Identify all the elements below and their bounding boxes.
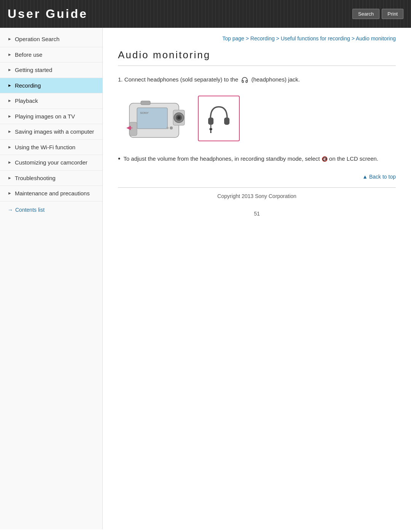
sidebar-item-playback[interactable]: ► Playback (0, 93, 102, 109)
breadcrumb-recording[interactable]: Recording (250, 35, 275, 42)
sidebar-label: Troubleshooting (15, 174, 97, 182)
arrow-icon: ► (8, 144, 12, 150)
arrow-icon: ► (8, 113, 12, 119)
breadcrumb-top[interactable]: Top page (222, 35, 244, 42)
svg-point-10 (166, 127, 169, 129)
bullet-icon: • (118, 153, 120, 165)
breadcrumb-current[interactable]: Audio monitoring (356, 35, 396, 42)
sidebar-item-wifi[interactable]: ► Using the Wi-Fi function (0, 140, 102, 155)
bullet-point: • To adjust the volume from the headphon… (118, 154, 396, 165)
arrow-icon: ► (8, 129, 12, 134)
back-to-top-link[interactable]: ▲ Back to top (118, 174, 396, 180)
svg-point-5 (177, 116, 180, 119)
breadcrumb: Top page > Recording > Useful functions … (118, 35, 396, 42)
sidebar-item-before-use[interactable]: ► Before use (0, 47, 102, 63)
sidebar-label: Customizing your camcorder (15, 159, 97, 166)
arrow-right-icon: → (8, 207, 13, 213)
sidebar-item-operation-search[interactable]: ► Operation Search (0, 32, 102, 47)
print-button[interactable]: Print (382, 9, 403, 19)
sidebar-label: Saving images with a computer (15, 128, 97, 136)
sidebar-label: Operation Search (15, 35, 97, 43)
breadcrumb-sep: > (352, 35, 356, 42)
arrow-icon: ► (8, 52, 12, 57)
sidebar-item-saving-images[interactable]: ► Saving images with a computer (0, 124, 102, 140)
sidebar-label: Playback (15, 97, 97, 105)
arrow-icon: ► (8, 98, 12, 103)
page-title: Audio monitoring (118, 49, 396, 66)
bullet-content: To adjust the volume from the headphones… (123, 154, 378, 163)
search-button[interactable]: Search (352, 9, 379, 19)
step-1-text: 1. Connect headphones (sold separately) … (118, 75, 396, 84)
sidebar-item-maintenance[interactable]: ► Maintenance and precautions (0, 186, 102, 201)
breadcrumb-sep: > (246, 35, 250, 42)
camcorder-image: SONY (118, 92, 194, 145)
page-number: 51 (118, 211, 396, 217)
arrow-icon: ► (8, 160, 12, 165)
sidebar-label: Using the Wi-Fi function (15, 144, 97, 151)
app-title: User Guide (8, 7, 88, 21)
svg-rect-12 (208, 117, 213, 125)
step-number: 1. (118, 76, 123, 83)
arrow-icon: ► (8, 175, 12, 181)
contents-list-label: Contents list (15, 207, 45, 213)
sidebar-item-customizing[interactable]: ► Customizing your camcorder (0, 155, 102, 171)
step-description: Connect headphones (sold separately) to … (124, 76, 300, 83)
copyright-text: Copyright 2013 Sony Corporation (217, 193, 296, 199)
sidebar-label: Getting started (15, 66, 97, 74)
sidebar-item-troubleshooting[interactable]: ► Troubleshooting (0, 171, 102, 186)
arrow-icon: ► (8, 67, 12, 72)
sidebar-label: Playing images on a TV (15, 113, 97, 120)
svg-point-17 (210, 132, 212, 133)
arrow-icon: ► (8, 83, 12, 88)
svg-point-9 (170, 126, 173, 129)
contents-list-link[interactable]: → Contents list (0, 201, 102, 218)
sidebar-item-playing-images-tv[interactable]: ► Playing images on a TV (0, 109, 102, 125)
breadcrumb-useful[interactable]: Useful functions for recording (281, 35, 350, 42)
sidebar-label: Maintenance and precautions (15, 190, 97, 197)
headphones-box (198, 96, 240, 141)
header-actions: Search Print (352, 9, 403, 19)
arrow-icon: ► (8, 190, 12, 196)
svg-rect-6 (129, 122, 137, 136)
sidebar-item-getting-started[interactable]: ► Getting started (0, 62, 102, 78)
svg-rect-15 (210, 128, 212, 130)
breadcrumb-sep: > (276, 35, 281, 42)
headphones-icon (206, 103, 232, 134)
svg-text:SONY: SONY (140, 111, 149, 115)
image-area: SONY (118, 92, 396, 145)
svg-rect-13 (224, 117, 229, 125)
arrow-icon: ► (8, 36, 12, 42)
page-header: User Guide Search Print (0, 0, 411, 28)
sidebar-item-recording[interactable]: ► Recording (0, 78, 102, 94)
svg-rect-7 (141, 101, 150, 105)
footer-copyright: Copyright 2013 Sony Corporation (118, 187, 396, 199)
sidebar-label: Recording (15, 82, 97, 89)
main-content: Top page > Recording > Useful functions … (103, 28, 411, 529)
sidebar-label: Before use (15, 51, 97, 59)
volume-icon: 🔇 (322, 155, 328, 163)
main-layout: ► Operation Search ► Before use ► Gettin… (0, 28, 411, 529)
sidebar: ► Operation Search ► Before use ► Gettin… (0, 28, 103, 529)
